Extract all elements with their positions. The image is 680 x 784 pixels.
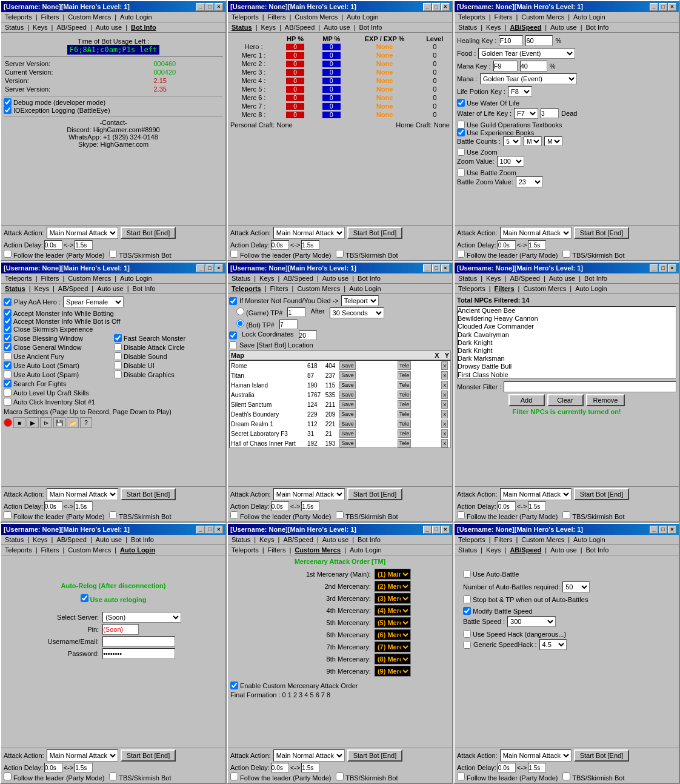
nav-status-6[interactable]: Status bbox=[457, 274, 478, 283]
tbs-cb-7[interactable] bbox=[109, 772, 117, 780]
tbs-cb-3[interactable] bbox=[562, 250, 570, 258]
nav-auto-use-1[interactable]: Auto use bbox=[95, 23, 123, 32]
delay-input-6a[interactable] bbox=[498, 501, 516, 511]
follow-leader-cb-6[interactable] bbox=[457, 511, 465, 519]
use-speed-hack-cb[interactable] bbox=[463, 630, 471, 638]
nav-ab-4[interactable]: AB/Speed bbox=[57, 284, 90, 293]
battle-main-select[interactable]: Main bbox=[524, 136, 542, 146]
nav-ab-9[interactable]: AB/Speed bbox=[508, 546, 542, 554]
tbs-cb-2[interactable] bbox=[336, 250, 344, 258]
close-btn-6[interactable]: × bbox=[668, 264, 676, 272]
follow-leader-cb-1[interactable] bbox=[4, 250, 12, 258]
start-bot-btn-9[interactable]: Start Bot [End] bbox=[574, 749, 630, 762]
nav-ab-8[interactable]: AB/Speed bbox=[282, 535, 315, 544]
save-rome[interactable]: Save bbox=[339, 361, 356, 370]
mana-select[interactable]: Golden Tear (Event) bbox=[480, 73, 577, 84]
debug-checkbox[interactable] bbox=[4, 98, 12, 106]
delay-input-7b[interactable] bbox=[75, 763, 93, 772]
save-start-bot-cb[interactable] bbox=[229, 341, 237, 349]
maximize-btn-7[interactable]: □ bbox=[205, 526, 214, 534]
nav-custom-mercs-1[interactable]: Custom Mercs bbox=[67, 13, 112, 21]
tele-dream[interactable]: Tele bbox=[398, 420, 412, 428]
attack-select-2[interactable]: Main Normal Attack bbox=[273, 227, 345, 239]
disable-ui-cb[interactable] bbox=[114, 361, 122, 369]
nav-keys-5[interactable]: Keys bbox=[258, 274, 275, 283]
water-val-input[interactable] bbox=[541, 109, 559, 118]
x-secret[interactable]: x bbox=[441, 429, 448, 438]
close-btn-3[interactable]: × bbox=[668, 3, 676, 11]
server-select[interactable]: (Soon) bbox=[102, 612, 181, 623]
delay-input-4b[interactable] bbox=[75, 501, 93, 511]
battle-zoom-cb[interactable] bbox=[457, 169, 465, 176]
battle-zoom-value-select[interactable]: 23 bbox=[516, 176, 543, 187]
io-checkbox[interactable] bbox=[4, 106, 12, 114]
minimize-btn-6[interactable]: _ bbox=[650, 264, 658, 272]
nav-teleports-9[interactable]: Teleports bbox=[457, 535, 487, 544]
game-tp-input[interactable] bbox=[287, 307, 305, 317]
nav-custom-mercs-2[interactable]: Custom Mercs bbox=[293, 13, 339, 21]
minimize-btn-4[interactable]: _ bbox=[196, 264, 205, 272]
nav-teleports-2[interactable]: Teleports bbox=[230, 13, 260, 21]
close-blessing-cb[interactable] bbox=[4, 334, 12, 342]
nav-bot-info-9[interactable]: Bot Info bbox=[584, 546, 610, 554]
nav-custom-mercs-6[interactable]: Custom Mercs bbox=[522, 284, 567, 293]
start-bot-btn-8[interactable]: Start Bot [End] bbox=[347, 749, 403, 762]
close-btn-5[interactable]: × bbox=[441, 264, 450, 272]
lock-coords-cb[interactable] bbox=[229, 330, 237, 340]
nav-keys-8[interactable]: Keys bbox=[258, 535, 275, 544]
x-titan[interactable]: x bbox=[441, 371, 448, 380]
mana-key-input[interactable] bbox=[493, 61, 518, 72]
nav-status-3[interactable]: Status bbox=[457, 23, 478, 32]
nav-teleports-1[interactable]: Teleports bbox=[4, 13, 33, 21]
nav-ab-7[interactable]: AB/Speed bbox=[55, 535, 88, 544]
nav-keys-2[interactable]: Keys bbox=[259, 23, 276, 32]
follow-leader-cb-4[interactable] bbox=[4, 511, 12, 519]
macro-load-btn[interactable]: 📂 bbox=[67, 417, 79, 428]
nav-teleports-7[interactable]: Teleports bbox=[4, 546, 33, 554]
tele-rome[interactable]: Tele bbox=[398, 361, 412, 370]
modify-battle-speed-cb[interactable] bbox=[463, 607, 471, 615]
x-dream[interactable]: x bbox=[441, 420, 448, 428]
maximize-btn-6[interactable]: □ bbox=[659, 264, 667, 272]
delay-input-8a[interactable] bbox=[271, 763, 289, 772]
delay-input-9b[interactable] bbox=[528, 763, 546, 772]
nav-keys-9[interactable]: Keys bbox=[485, 546, 502, 554]
delay-input-3b[interactable] bbox=[528, 240, 546, 250]
nav-keys-4[interactable]: Keys bbox=[33, 284, 50, 293]
clear-filter-btn[interactable]: Clear bbox=[547, 394, 584, 406]
nav-bot-info-6[interactable]: Bot Info bbox=[583, 274, 608, 283]
bot-tp-radio[interactable] bbox=[236, 320, 244, 327]
start-bot-btn-2[interactable]: Start Bot [End] bbox=[347, 227, 403, 239]
nav-auto-use-9[interactable]: Auto use bbox=[549, 546, 578, 554]
nav-bot-info-2[interactable]: Bot Info bbox=[358, 23, 384, 32]
merc-4-select[interactable]: (4) Merc bbox=[375, 605, 411, 616]
attack-select-8[interactable]: Main Normal Attack bbox=[273, 749, 345, 762]
tele-hall[interactable]: Tele bbox=[398, 439, 412, 447]
macro-help-btn[interactable]: ? bbox=[80, 417, 92, 428]
nav-ab-3[interactable]: AB/Speed bbox=[508, 23, 542, 32]
nav-auto-login-4[interactable]: Auto Login bbox=[119, 274, 153, 283]
minimize-btn-1[interactable]: _ bbox=[196, 3, 205, 11]
x-hall[interactable]: x bbox=[441, 439, 448, 447]
nav-custom-mercs-7[interactable]: Custom Mercs bbox=[67, 546, 112, 554]
follow-leader-cb-8[interactable] bbox=[230, 772, 238, 780]
water-key-select[interactable]: F7 bbox=[514, 108, 538, 119]
attack-select-1[interactable]: Main Normal Attack bbox=[47, 227, 118, 239]
delay-input-6b[interactable] bbox=[528, 501, 546, 511]
nav-auto-login-3[interactable]: Auto Login bbox=[572, 13, 607, 21]
nav-auto-login-7[interactable]: Auto Login bbox=[119, 546, 156, 554]
attack-select-7[interactable]: Main Normal Attack bbox=[47, 749, 118, 762]
exp-books-cb[interactable] bbox=[457, 129, 465, 136]
follow-leader-cb-5[interactable] bbox=[230, 511, 238, 519]
use-auto-relog-cb[interactable] bbox=[81, 594, 88, 602]
start-bot-btn-7[interactable]: Start Bot [End] bbox=[121, 749, 176, 762]
delay-input-8b[interactable] bbox=[301, 763, 319, 772]
play-aoa-cb[interactable] bbox=[4, 298, 12, 306]
maximize-btn-1[interactable]: □ bbox=[205, 3, 214, 11]
maximize-btn-4[interactable]: □ bbox=[205, 264, 214, 272]
nav-custom-mercs-3[interactable]: Custom Mercs bbox=[520, 13, 565, 21]
lock-coords-input[interactable] bbox=[299, 330, 317, 340]
start-bot-btn-5[interactable]: Start Bot [End] bbox=[347, 488, 403, 500]
tbs-cb-9[interactable] bbox=[562, 772, 570, 780]
nav-keys-7[interactable]: Keys bbox=[32, 535, 48, 544]
